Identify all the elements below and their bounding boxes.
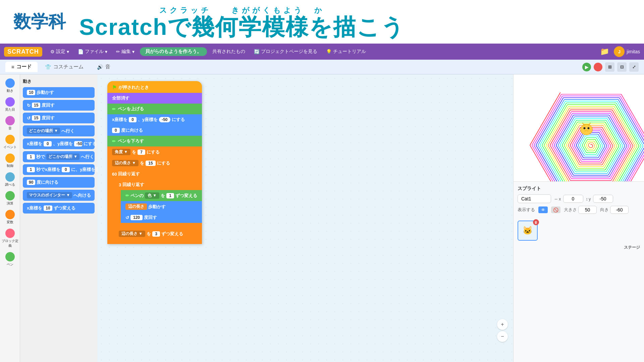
code-blocks-container: ⚑ が押されたとき 全部消す ✏ ペンを上げる x座標を	[107, 81, 202, 244]
blocks-panel: 動き 見た目 音 イベント 制御 調べる	[0, 74, 97, 362]
block-pen-color[interactable]: ✏ ペンの 色 ▼ を 1 ずつ変える	[121, 190, 202, 201]
block-move[interactable]: 10 歩動かす	[23, 87, 95, 98]
svg-point-182	[583, 127, 585, 129]
code-area[interactable]: ⚑ が押されたとき 全部消す ✏ ペンを上げる x座標を	[97, 74, 513, 362]
nav-edit[interactable]: ✏ 編集 ▾	[113, 47, 138, 56]
nav-tutorial[interactable]: 💡 チュートリアル	[323, 47, 369, 56]
loop-outer[interactable]: 60 回繰り返す 3 回繰り返す	[107, 169, 202, 244]
block-setxy-code[interactable]: x座標を 0 、y座標を -50 にする	[107, 114, 202, 125]
zoom-out-button[interactable]: −	[497, 331, 508, 342]
category-looks[interactable]: 見た目	[4, 96, 16, 113]
tab-costume[interactable]: 👕 コスチューム	[39, 62, 90, 72]
block-turn-right[interactable]: ↻ 15 度回す	[23, 100, 95, 111]
nav-project-page[interactable]: 🔄 プロジェクトページを見る	[251, 47, 321, 56]
loop-inner[interactable]: 3 回繰り返す ✏ ペンの 色 ▼ を	[114, 179, 202, 226]
edit-icon: ✏	[116, 49, 120, 54]
pencil-icon: ✏	[112, 107, 116, 112]
scratch-navbar: SCRATCH ⚙ 設定 ▾ 📄 ファイル ▾ ✏ 編集 ▾ 貝がらのもようを作…	[0, 44, 644, 60]
nav-settings[interactable]: ⚙ 設定 ▾	[47, 47, 72, 56]
block-changex[interactable]: x座標を 10 ずつ変える	[23, 203, 95, 214]
block-set-side[interactable]: 辺の長さ ▼ を 15 にする	[107, 158, 202, 169]
main-title: Scratchで幾何学模様を描こう	[79, 15, 405, 38]
sprite-hide-button[interactable]: 🚫	[551, 206, 560, 213]
share-icon: 🔄	[254, 49, 260, 54]
sprite-name[interactable]: Cat1	[518, 194, 551, 203]
category-pen[interactable]: ペン	[4, 251, 16, 268]
arrows-x-icon: ↔	[554, 196, 558, 201]
block-dir[interactable]: 0 度に向ける	[107, 125, 202, 136]
code-icon: ≡	[11, 64, 14, 70]
user-avatar[interactable]: J	[614, 46, 625, 57]
block-pen-down[interactable]: ✏ ペンを下ろす	[107, 136, 202, 146]
chevron-down-icon: ▾	[105, 49, 107, 54]
blocks-section-title: 動き	[23, 78, 95, 84]
category-variables[interactable]: 変数	[4, 208, 16, 226]
block-glidex[interactable]: 1 秒でx座標を 0 に、y座標を -50	[23, 164, 95, 175]
block-pen-up[interactable]: ✏ ペンを上げる	[107, 104, 202, 114]
view-fullscreen-button[interactable]: ⤢	[629, 62, 639, 72]
stop-button[interactable]	[594, 63, 602, 71]
sprite-thumbnail-area: 🐱 🗑	[514, 218, 644, 243]
sprite-cat1-thumb[interactable]: 🐱 🗑	[518, 221, 538, 241]
center-panel: ⚑ が押されたとき 全部消す ✏ ペンを上げる x座標を	[97, 74, 513, 362]
category-control[interactable]: 制御	[4, 152, 16, 170]
tab-bar: ≡ コード 👕 コスチューム 🔊 音 ▶ ⊞ ⊟ ⤢	[0, 60, 644, 74]
sprite-size[interactable]: 50	[578, 206, 597, 214]
svg-point-181	[580, 124, 592, 135]
category-sensing[interactable]: 調べる	[4, 171, 16, 188]
sprite-y-group: ↕ y -50	[586, 195, 613, 203]
block-change-side[interactable]: 辺の長さ ▼ を 3 ずつ変える	[114, 228, 202, 239]
block-clear[interactable]: 全部消す	[107, 93, 202, 104]
username[interactable]: jimitas	[627, 49, 640, 54]
block-set-angle[interactable]: 角度 ▼ を 7 にする	[107, 146, 202, 158]
sound-icon: 🔊	[97, 64, 103, 70]
main-title-block: スクラッチ きががくもよう か Scratchで幾何学模様を描こう	[79, 5, 405, 38]
block-move-side[interactable]: 辺の長さ 歩動かす	[121, 201, 202, 212]
block-glideto[interactable]: 1 秒で どこかの場所 ▼ へ行く	[23, 151, 95, 162]
arrows-y-icon: ↕	[586, 196, 588, 201]
loop-inner-body: ✏ ペンの 色 ▼ を 1 ずつ変える 辺の	[121, 190, 202, 223]
category-operators[interactable]: 演算	[4, 190, 16, 207]
tab-sound[interactable]: 🔊 音	[91, 62, 116, 72]
category-sound[interactable]: 音	[4, 115, 16, 132]
pencil-icon: ✏	[112, 139, 116, 144]
tab-code[interactable]: ≡ コード	[5, 62, 38, 72]
blocks-list: 動き 10 歩動かす ↻ 15 度回す ↺ 15 度回す どこかの場所 ▼ へ行…	[20, 74, 97, 362]
nav-file[interactable]: 📄 ファイル ▾	[74, 47, 111, 56]
block-toward[interactable]: マウスのポインター ▼ へ向ける	[23, 190, 95, 201]
sprite-section-title: スプライト	[518, 186, 640, 192]
sprite-size-group: 大きさ 50	[564, 206, 597, 214]
file-icon: 📄	[78, 49, 84, 54]
hat-block[interactable]: ⚑ が押されたとき	[107, 81, 202, 93]
nav-project-name[interactable]: 貝がらのもようを作ろう。	[140, 47, 207, 56]
view-expand-button[interactable]: ⊟	[617, 62, 627, 72]
sprite-show-button[interactable]: 👁	[538, 206, 548, 213]
sprite-dir[interactable]: -60	[610, 206, 629, 214]
block-setxy[interactable]: x座標を 0 、y座標を -50 にする	[23, 138, 95, 149]
zoom-in-button[interactable]: +	[497, 319, 508, 330]
sprite-y[interactable]: -50	[593, 195, 613, 203]
sprite-delete-button[interactable]: 🗑	[533, 219, 539, 225]
nav-shared[interactable]: 共有されたもの	[209, 47, 249, 56]
code-stack: ⚑ が押されたとき 全部消す ✏ ペンを上げる x座標を	[107, 81, 202, 244]
block-goto[interactable]: どこかの場所 ▼ へ行く	[23, 125, 95, 136]
scratch-logo[interactable]: SCRATCH	[4, 47, 42, 57]
svg-point-183	[587, 127, 589, 129]
stage-preview: 角度 7 辺の長さ 195	[514, 74, 644, 182]
category-motion[interactable]: 動き	[4, 77, 16, 95]
block-direction[interactable]: 90 度に向ける	[23, 177, 95, 188]
category-myblocks[interactable]: ブロック定義	[0, 227, 20, 249]
geometric-art	[514, 74, 644, 181]
view-restore-button[interactable]: ⊞	[605, 62, 614, 72]
category-events[interactable]: イベント	[2, 133, 18, 151]
block-turn-left[interactable]: ↺ 15 度回す	[23, 113, 95, 123]
sprite-name-row: Cat1 ↔ x 0 ↕ y -50	[518, 194, 640, 203]
sprite-x[interactable]: 0	[563, 195, 583, 203]
costume-icon: 👕	[45, 64, 51, 70]
main-area: 動き 見た目 音 イベント 制御 調べる	[0, 74, 644, 362]
sprite-info-panel: スプライト Cat1 ↔ x 0 ↕ y -50	[514, 182, 644, 218]
block-turn-120[interactable]: ↺ 120 度回す	[121, 212, 202, 223]
green-flag-button[interactable]: ▶	[582, 63, 591, 71]
chevron-down-icon: ▾	[132, 49, 135, 54]
nav-folder-icon[interactable]: 📁	[600, 47, 609, 56]
